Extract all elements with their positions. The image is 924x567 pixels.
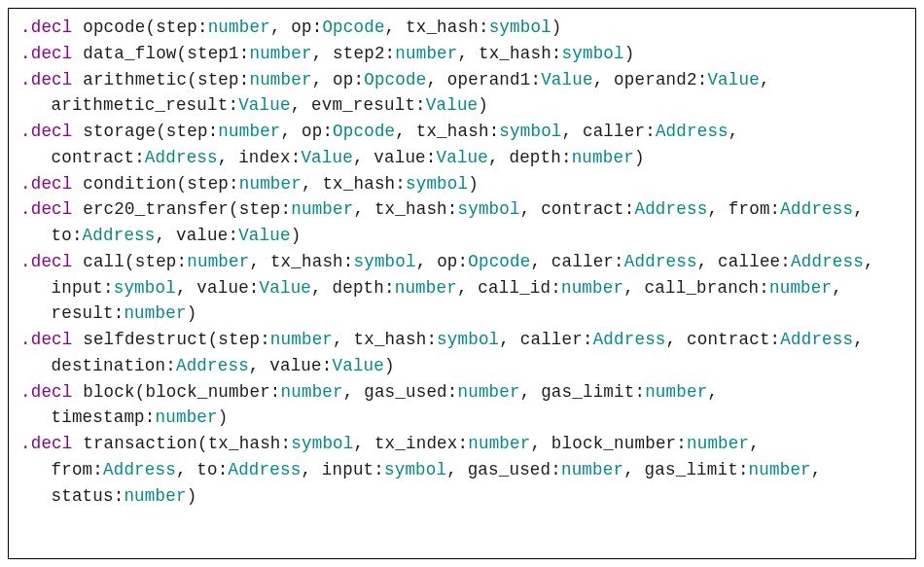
close-paren: ): [384, 356, 395, 375]
colon: :: [239, 44, 250, 63]
comma: ,: [354, 434, 374, 453]
colon: :: [114, 486, 124, 506]
colon: :: [780, 252, 791, 271]
param-name: input: [52, 278, 104, 298]
param-name: tx_hash: [406, 18, 479, 37]
param-type: number: [395, 44, 457, 63]
open-paren: (: [177, 174, 188, 194]
comma: ,: [707, 199, 728, 219]
relation-name: opcode: [83, 18, 145, 37]
colon: :: [312, 18, 323, 37]
colon: :: [354, 70, 365, 89]
param-name: step: [135, 252, 177, 271]
colon: :: [770, 330, 781, 349]
comma: ,: [562, 122, 583, 141]
comma: ,: [249, 252, 269, 271]
param-name: tx_hash: [322, 174, 395, 194]
param-type: Address: [83, 226, 156, 245]
relation-name: condition: [83, 174, 176, 194]
param-type: Value: [238, 226, 291, 245]
param-type: Value: [260, 278, 312, 298]
param-type: Opcode: [322, 18, 384, 37]
param-type: number: [187, 252, 249, 271]
comma: ,: [343, 382, 364, 402]
comma: ,: [593, 70, 614, 89]
relation-name: arithmetic: [83, 70, 187, 89]
colon: :: [447, 382, 458, 402]
param-name: value: [176, 226, 229, 245]
param-name: op: [302, 122, 322, 141]
code-line: .decl transaction(tx_hash:symbol, tx_ind…: [20, 431, 904, 509]
colon: :: [165, 356, 176, 375]
param-type: Address: [791, 252, 864, 271]
param-name: value: [196, 278, 249, 298]
param-type: number: [270, 330, 333, 349]
comma: ,: [176, 460, 196, 479]
close-paren: ): [291, 226, 302, 245]
colon: :: [645, 122, 656, 141]
open-paren: (: [197, 434, 208, 453]
param-name: timestamp: [52, 408, 145, 427]
relation-name: block: [83, 382, 135, 402]
code-line: .decl storage(step:number, op:Opcode, tx…: [20, 119, 904, 171]
param-name: step: [239, 199, 281, 219]
comma: ,: [446, 460, 467, 479]
param-name: gas_used: [468, 460, 551, 479]
param-name: step: [156, 18, 197, 37]
comma: ,: [311, 278, 332, 298]
relation-name: transaction: [83, 434, 197, 453]
close-paren: ): [468, 174, 479, 194]
param-type: Value: [426, 95, 479, 115]
param-type: symbol: [291, 434, 353, 453]
open-paren: (: [229, 199, 239, 219]
code-line: .decl opcode(step:number, op:Opcode, tx_…: [20, 15, 904, 41]
colon: :: [395, 174, 406, 194]
colon: :: [697, 70, 708, 89]
keyword: .decl: [20, 434, 73, 453]
param-name: step1: [187, 44, 239, 63]
close-paren: ): [551, 18, 562, 37]
colon: :: [583, 330, 593, 349]
comma: ,: [458, 44, 479, 63]
param-name: evm_result: [311, 95, 415, 115]
comma: ,: [281, 122, 302, 141]
colon: :: [208, 122, 219, 141]
param-type: number: [395, 278, 457, 298]
param-type: symbol: [384, 460, 446, 479]
code-line: .decl erc20_transfer(step:number, tx_has…: [20, 196, 904, 249]
colon: :: [239, 70, 250, 89]
comma: ,: [697, 252, 718, 271]
param-name: tx_hash: [374, 199, 447, 219]
param-name: block_number: [551, 434, 676, 453]
param-name: gas_used: [364, 382, 447, 402]
param-type: Address: [176, 356, 249, 375]
close-paren: ): [624, 44, 635, 63]
relation-name: data_flow: [83, 44, 176, 63]
keyword: .decl: [20, 330, 73, 349]
param-type: number: [749, 460, 811, 479]
comma: ,: [488, 148, 509, 167]
code-box: .decl opcode(step:number, op:Opcode, tx_…: [8, 8, 916, 559]
colon: :: [103, 278, 114, 298]
param-type: symbol: [437, 330, 499, 349]
open-paren: (: [208, 330, 219, 349]
colon: :: [228, 226, 238, 245]
colon: :: [489, 122, 500, 141]
colon: :: [291, 148, 302, 167]
param-type: symbol: [458, 199, 520, 219]
comma: ,: [291, 95, 311, 115]
param-name: gas_limit: [645, 460, 738, 479]
colon: :: [72, 226, 83, 245]
comma: ,: [353, 148, 373, 167]
colon: :: [218, 460, 229, 479]
colon: :: [770, 199, 781, 219]
comma: ,: [499, 330, 519, 349]
colon: :: [322, 356, 333, 375]
param-name: step: [197, 70, 239, 89]
open-paren: (: [145, 18, 156, 37]
param-name: block_number: [145, 382, 269, 402]
param-name: to: [52, 226, 72, 245]
param-type: Opcode: [333, 122, 395, 141]
colon: :: [134, 148, 145, 167]
param-name: tx_hash: [479, 44, 551, 63]
